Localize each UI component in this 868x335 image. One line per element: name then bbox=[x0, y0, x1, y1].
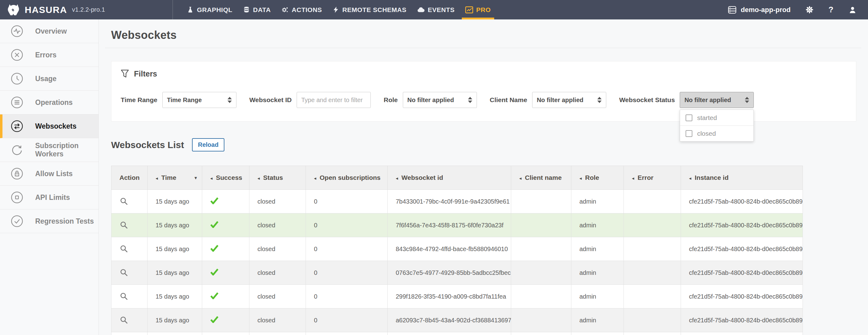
websocket-status-select[interactable]: No filter applied bbox=[680, 92, 754, 108]
time-range-select[interactable]: Time Range bbox=[162, 92, 237, 108]
sidebar-item-subscription-workers[interactable]: Subscription Workers bbox=[0, 138, 98, 162]
column-header-instance-id[interactable]: ◂Instance id bbox=[681, 166, 803, 190]
websocket-id-input[interactable] bbox=[297, 92, 371, 108]
cell-time: 15 days ago bbox=[148, 237, 202, 261]
checkbox-started[interactable] bbox=[686, 114, 692, 121]
nav-label: ACTIONS bbox=[292, 6, 322, 13]
expand-row-button[interactable] bbox=[120, 315, 129, 325]
cell-instance-id bbox=[681, 332, 803, 335]
sidebar-label: Errors bbox=[35, 51, 57, 59]
expand-row-button[interactable] bbox=[120, 268, 129, 277]
cell-websocket-id: 7b433001-79bc-4c0f-991e-9a42305f9e61 bbox=[388, 190, 511, 213]
cell-action bbox=[112, 261, 148, 285]
title-divider bbox=[105, 48, 861, 48]
column-header-open-subscriptions[interactable]: ◂Open subscriptions bbox=[306, 166, 388, 190]
sidebar-item-api-limits[interactable]: API Limits bbox=[0, 186, 98, 209]
cell-client-name bbox=[511, 332, 571, 335]
sort-toggle-icon: ◂ bbox=[396, 175, 398, 181]
sidebar-label: API Limits bbox=[35, 193, 70, 202]
expand-row-button[interactable] bbox=[120, 292, 129, 301]
cell-action bbox=[112, 190, 148, 213]
brand-zone: HASURA v1.2.2-pro.1 bbox=[0, 0, 173, 20]
cell-success bbox=[202, 332, 249, 335]
cell-status: closed bbox=[249, 261, 306, 285]
select-caret-icon bbox=[468, 97, 472, 103]
cell-success bbox=[202, 237, 249, 261]
account-button[interactable] bbox=[848, 5, 857, 14]
expand-row-button[interactable] bbox=[120, 244, 129, 254]
magnifier-icon bbox=[120, 268, 129, 277]
chart-icon bbox=[465, 6, 473, 13]
cell-status bbox=[249, 332, 306, 335]
cell-action bbox=[112, 308, 148, 332]
column-header-websocket-id[interactable]: ◂Websocket id bbox=[388, 166, 511, 190]
cell-time bbox=[148, 332, 202, 335]
expand-row-button[interactable] bbox=[120, 197, 129, 206]
websocket-arrows-icon bbox=[10, 120, 24, 133]
cell-client-name bbox=[511, 261, 571, 285]
cell-open-subscriptions: 0 bbox=[306, 308, 388, 332]
websocket-status-label: Websocket Status bbox=[619, 96, 675, 104]
cell-action bbox=[112, 285, 148, 308]
column-label: Action bbox=[120, 174, 140, 181]
status-option-label: closed bbox=[697, 130, 716, 137]
reload-button[interactable]: Reload bbox=[192, 138, 224, 152]
role-select[interactable]: No filter applied bbox=[403, 92, 477, 108]
nav-item-events[interactable]: EVENTS bbox=[412, 0, 460, 20]
help-button[interactable]: ? bbox=[829, 5, 833, 14]
nav-item-data[interactable]: DATA bbox=[238, 0, 276, 20]
sidebar-item-usage[interactable]: Usage bbox=[0, 67, 98, 91]
status-option-closed[interactable]: closed bbox=[680, 126, 753, 141]
cell-instance-id: cfe21d5f-75ab-4800-824b-d0ec865c0b89 bbox=[681, 261, 803, 285]
nav-item-actions[interactable]: ACTIONS bbox=[276, 0, 327, 20]
select-caret-icon bbox=[227, 97, 232, 103]
cell-time: 15 days ago bbox=[148, 190, 202, 213]
nav-label: DATA bbox=[253, 6, 271, 13]
clock-icon bbox=[10, 72, 24, 85]
sidebar-item-websockets[interactable]: Websockets bbox=[0, 114, 98, 138]
sort-toggle-icon: ◂ bbox=[689, 175, 691, 181]
checkbox-closed[interactable] bbox=[686, 130, 692, 137]
sidebar-item-allow-lists[interactable]: Allow Lists bbox=[0, 162, 98, 186]
client-name-select[interactable]: No filter applied bbox=[532, 92, 606, 108]
table-header: Action◂Time▾◂Success◂Status◂Open subscri… bbox=[112, 166, 803, 190]
column-header-role[interactable]: ◂Role bbox=[571, 166, 624, 190]
select-caret-icon bbox=[597, 97, 601, 103]
project-selector[interactable]: demo-app-prod bbox=[727, 5, 790, 14]
nav-item-graphiql[interactable]: GRAPHIQL bbox=[182, 0, 238, 20]
cell-action bbox=[112, 237, 148, 261]
sidebar-label: Regression Tests bbox=[35, 217, 94, 226]
main-content: Websockets Filters Time Range Time Range bbox=[99, 20, 868, 335]
column-header-success[interactable]: ◂Success bbox=[202, 166, 249, 190]
sidebar-item-overview[interactable]: Overview bbox=[0, 20, 98, 43]
sidebar-label: Usage bbox=[35, 75, 57, 83]
column-header-status[interactable]: ◂Status bbox=[249, 166, 306, 190]
status-option-started[interactable]: started bbox=[680, 110, 753, 126]
cell-websocket-id: 299f1826-3f35-4190-a009-c8bd7fa11fea bbox=[388, 285, 511, 308]
column-label: Time bbox=[161, 174, 177, 181]
settings-button[interactable] bbox=[805, 5, 814, 14]
cell-status: closed bbox=[249, 213, 306, 237]
nav-item-remote-schemas[interactable]: REMOTE SCHEMAS bbox=[327, 0, 412, 20]
sidebar: Overview Errors Usage bbox=[0, 20, 99, 335]
nav-item-pro[interactable]: PRO bbox=[460, 0, 496, 20]
expand-row-button[interactable] bbox=[120, 221, 129, 230]
cell-role: admin bbox=[571, 308, 624, 332]
nav-label: EVENTS bbox=[428, 6, 455, 13]
sidebar-label: Allow Lists bbox=[35, 170, 72, 178]
column-header-error[interactable]: ◂Error bbox=[624, 166, 681, 190]
magnifier-icon bbox=[120, 197, 129, 206]
status-option-label: started bbox=[697, 114, 717, 122]
table-row: 15 days agoclosed0a62093c7-8b45-43a4-902… bbox=[112, 308, 803, 332]
project-name: demo-app-prod bbox=[741, 6, 790, 14]
filters-card: Filters Time Range Time Range Websocket … bbox=[111, 61, 856, 122]
column-header-time[interactable]: ◂Time▾ bbox=[148, 166, 202, 190]
sidebar-item-regression-tests[interactable]: Regression Tests bbox=[0, 209, 98, 233]
cell-role: admin bbox=[571, 261, 624, 285]
filters-row: Time Range Time Range Websocket ID Role … bbox=[121, 92, 847, 108]
table-header-row: Action◂Time▾◂Success◂Status◂Open subscri… bbox=[112, 166, 803, 190]
time-range-value: Time Range bbox=[167, 97, 225, 104]
sidebar-item-operations[interactable]: Operations bbox=[0, 91, 98, 114]
sidebar-item-errors[interactable]: Errors bbox=[0, 43, 98, 67]
column-header-client-name[interactable]: ◂Client name bbox=[511, 166, 571, 190]
